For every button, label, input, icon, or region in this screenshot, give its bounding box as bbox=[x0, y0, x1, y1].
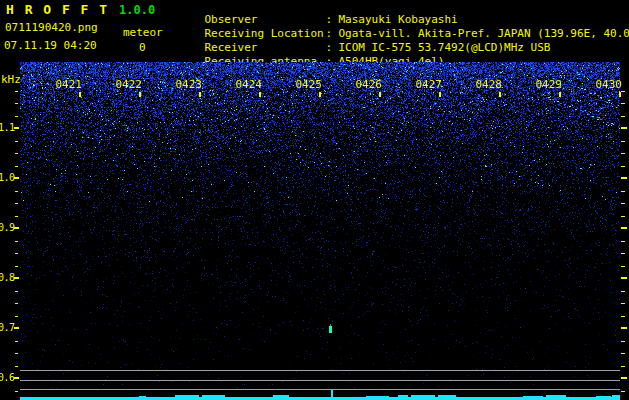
freq-axis-label: 0.7 bbox=[0, 322, 14, 333]
freq-minor-tick-left bbox=[15, 341, 18, 342]
time-axis-label: 0424 bbox=[234, 78, 262, 91]
freq-minor-tick-left bbox=[15, 241, 18, 242]
freq-minor-tick-right bbox=[621, 153, 625, 154]
freq-major-tick-left bbox=[14, 277, 19, 279]
freq-major-tick-right bbox=[621, 327, 627, 329]
freq-minor-tick-left bbox=[15, 166, 18, 167]
freq-minor-tick-right bbox=[621, 341, 625, 342]
freq-axis-unit: kHz bbox=[1, 73, 21, 86]
freq-major-tick-right bbox=[621, 127, 627, 129]
freq-minor-tick-right bbox=[621, 291, 625, 292]
time-axis-label: 0430 bbox=[594, 78, 622, 91]
time-minute-tick bbox=[619, 92, 621, 97]
freq-minor-tick-left bbox=[15, 291, 18, 292]
freq-axis-label: 1.0 bbox=[0, 172, 14, 183]
freq-minor-tick-right bbox=[621, 203, 625, 204]
meteor-counter-label: meteor bbox=[123, 26, 163, 39]
freq-minor-tick-right bbox=[621, 253, 625, 254]
freq-major-tick-right bbox=[621, 377, 627, 379]
freq-axis-label: 0.6 bbox=[0, 372, 14, 383]
time-axis-label: 0426 bbox=[354, 78, 382, 91]
observation-datetime: 07.11.19 04:20 bbox=[4, 39, 97, 52]
time-minute-tick bbox=[199, 92, 201, 97]
freq-minor-tick-right bbox=[621, 103, 625, 104]
freq-minor-tick-right bbox=[621, 91, 625, 92]
freq-minor-tick-left bbox=[15, 141, 18, 142]
time-minute-tick bbox=[439, 92, 441, 97]
freq-minor-tick-right bbox=[621, 216, 625, 217]
freq-minor-tick-right bbox=[621, 316, 625, 317]
freq-minor-tick-right bbox=[621, 266, 625, 267]
freq-major-tick-right bbox=[621, 177, 627, 179]
freq-minor-tick-left bbox=[15, 116, 18, 117]
freq-minor-tick-left bbox=[15, 203, 18, 204]
freq-minor-tick-right bbox=[621, 116, 625, 117]
freq-minor-tick-left bbox=[15, 191, 18, 192]
calibration-line bbox=[20, 370, 620, 371]
freq-minor-tick-left bbox=[15, 303, 18, 304]
time-axis-label: 0422 bbox=[114, 78, 142, 91]
time-minute-tick bbox=[139, 92, 141, 97]
freq-minor-tick-right bbox=[621, 353, 625, 354]
time-minute-tick bbox=[499, 92, 501, 97]
time-axis-label: 0427 bbox=[414, 78, 442, 91]
time-minute-tick bbox=[319, 92, 321, 97]
freq-minor-tick-left bbox=[15, 266, 18, 267]
freq-minor-tick-left bbox=[15, 366, 18, 367]
app-title: H R O F F T bbox=[6, 2, 109, 17]
freq-minor-tick-left bbox=[15, 153, 18, 154]
app-version: 1.0.0 bbox=[119, 3, 155, 17]
freq-minor-tick-left bbox=[15, 91, 18, 92]
time-minute-tick bbox=[559, 92, 561, 97]
freq-minor-tick-right bbox=[621, 391, 625, 392]
freq-minor-tick-left bbox=[15, 103, 18, 104]
freq-minor-tick-right bbox=[621, 241, 625, 242]
freq-minor-tick-left bbox=[15, 391, 18, 392]
freq-minor-tick-right bbox=[621, 303, 625, 304]
freq-minor-tick-left bbox=[15, 316, 18, 317]
freq-minor-tick-right bbox=[621, 166, 625, 167]
freq-major-tick-left bbox=[14, 327, 19, 329]
freq-major-tick-right bbox=[621, 277, 627, 279]
spectrogram-canvas bbox=[20, 62, 620, 390]
freq-minor-tick-left bbox=[15, 253, 18, 254]
freq-major-tick-left bbox=[14, 227, 19, 229]
time-axis-label: 0429 bbox=[534, 78, 562, 91]
freq-minor-tick-left bbox=[15, 216, 18, 217]
freq-minor-tick-right bbox=[621, 191, 625, 192]
time-axis-label: 0428 bbox=[474, 78, 502, 91]
freq-minor-tick-right bbox=[621, 366, 625, 367]
freq-major-tick-left bbox=[14, 127, 19, 129]
freq-minor-tick-left bbox=[15, 353, 18, 354]
freq-major-tick-left bbox=[14, 177, 19, 179]
time-minute-tick bbox=[259, 92, 261, 97]
freq-major-tick-left bbox=[14, 377, 19, 379]
freq-minor-tick-right bbox=[621, 141, 625, 142]
hrofft-window: H R O F F T 1.0.0 0711190420.png meteor … bbox=[0, 0, 629, 400]
time-minute-tick bbox=[379, 92, 381, 97]
time-axis-label: 0421 bbox=[54, 78, 82, 91]
freq-major-tick-right bbox=[621, 227, 627, 229]
calibration-line bbox=[20, 380, 620, 381]
time-minute-tick bbox=[79, 92, 81, 97]
time-axis-label: 0423 bbox=[174, 78, 202, 91]
freq-axis-label: 1.1 bbox=[0, 122, 14, 133]
freq-axis-label: 0.8 bbox=[0, 272, 14, 283]
output-filename: 0711190420.png bbox=[5, 21, 98, 34]
time-axis-label: 0425 bbox=[294, 78, 322, 91]
signal-level-strip bbox=[20, 390, 620, 400]
meteor-counter-value: 0 bbox=[139, 41, 146, 54]
freq-axis-label: 0.9 bbox=[0, 222, 14, 233]
